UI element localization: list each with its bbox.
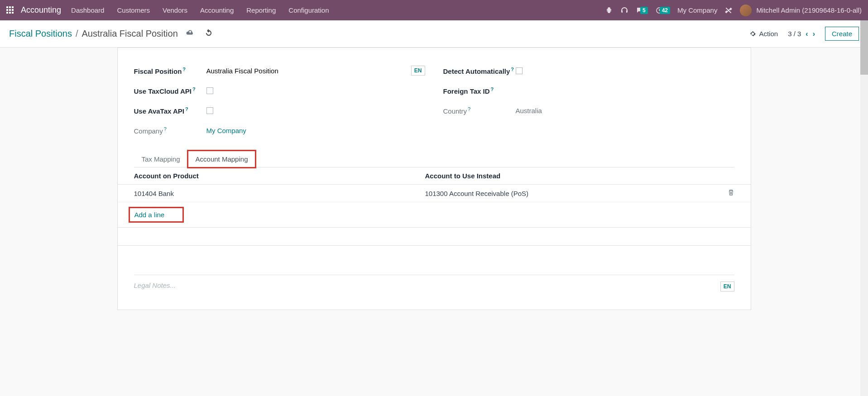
company-label: Company? [134, 126, 206, 135]
breadcrumb-current: Australia Fiscal Position [82, 29, 178, 39]
company-link[interactable]: My Company [206, 127, 246, 134]
use-avatax-label: Use AvaTax API? [134, 106, 206, 115]
pager-prev[interactable]: ‹ [806, 30, 808, 38]
tab-tax-mapping[interactable]: Tax Mapping [134, 151, 188, 167]
activities-button[interactable]: 42 [655, 6, 670, 14]
col-account-on-product: Account on Product [134, 172, 425, 180]
use-taxcloud-label: Use TaxCloud API? [134, 86, 206, 95]
breadcrumb-parent[interactable]: Fiscal Positions [9, 29, 72, 39]
fiscal-position-input[interactable] [206, 67, 411, 75]
app-brand[interactable]: Accounting [21, 5, 61, 15]
tools-icon[interactable] [724, 6, 733, 14]
use-taxcloud-checkbox[interactable] [206, 87, 213, 94]
clock-badge: 42 [660, 7, 670, 14]
help-icon[interactable]: ? [182, 67, 186, 72]
account-mapping-table: Account on Product Account to Use Instea… [118, 167, 751, 266]
form-right-col: Detect Automatically? Foreign Tax ID? Co… [443, 62, 734, 141]
support-icon[interactable] [620, 6, 628, 14]
tabs: Tax Mapping Account Mapping [134, 150, 734, 167]
cell-account-dest[interactable]: 101300 Account Receivable (PoS) [425, 190, 716, 197]
country-value[interactable]: Australia [516, 107, 542, 115]
bug-icon[interactable] [605, 6, 613, 14]
company-switcher[interactable]: My Company [677, 6, 717, 14]
add-line-button[interactable]: Add a line [129, 207, 184, 223]
pager-next[interactable]: › [813, 30, 815, 38]
tab-account-mapping[interactable]: Account Mapping [188, 151, 256, 167]
scrollbar[interactable] [860, 20, 868, 310]
help-icon[interactable]: ? [185, 106, 188, 112]
foreign-tax-label: Foreign Tax ID? [443, 86, 516, 95]
scrollbar-thumb[interactable] [860, 20, 868, 75]
trash-icon [728, 189, 734, 196]
breadcrumb-sep: / [76, 29, 78, 39]
control-panel: Fiscal Positions / Australia Fiscal Posi… [0, 20, 868, 48]
form-sheet: Fiscal Position? EN Use TaxCloud API? Us… [117, 48, 751, 310]
messages-button[interactable]: 5 [636, 6, 648, 14]
help-icon[interactable]: ? [192, 86, 196, 92]
detect-auto-checkbox[interactable] [516, 67, 523, 74]
action-label: Action [759, 30, 778, 38]
gear-icon [749, 30, 756, 37]
use-avatax-checkbox[interactable] [206, 107, 213, 114]
user-menu[interactable]: Mitchell Admin (21909648-16-0-all) [756, 6, 862, 14]
nav-menu: Dashboard Customers Vendors Accounting R… [71, 6, 329, 14]
help-icon[interactable]: ? [491, 86, 494, 92]
cloud-unsaved-icon[interactable] [186, 29, 194, 39]
avatar[interactable] [740, 5, 752, 16]
add-line-row: Add a line [118, 202, 751, 228]
legal-notes-input[interactable] [134, 281, 720, 289]
legal-notes: EN [134, 275, 734, 291]
col-account-to-use: Account to Use Instead [425, 172, 716, 180]
breadcrumb: Fiscal Positions / Australia Fiscal Posi… [9, 29, 212, 39]
cp-right: Action 3 / 3 ‹ › Create [749, 27, 859, 41]
nav-dashboard[interactable]: Dashboard [71, 6, 104, 14]
foreign-tax-input[interactable] [516, 87, 734, 95]
pager-text[interactable]: 3 / 3 [788, 30, 801, 38]
country-label: Country? [443, 106, 516, 115]
systray: 5 42 My Company Mitchell Admin (21909648… [605, 5, 862, 16]
pager: 3 / 3 ‹ › [788, 30, 815, 38]
action-menu[interactable]: Action [749, 30, 778, 38]
help-icon[interactable]: ? [164, 126, 167, 132]
main-navbar: Accounting Dashboard Customers Vendors A… [0, 0, 868, 20]
form-left-col: Fiscal Position? EN Use TaxCloud API? Us… [134, 62, 425, 141]
nav-accounting[interactable]: Accounting [200, 6, 234, 14]
apps-icon[interactable] [6, 6, 14, 14]
table-row[interactable]: 101404 Bank 101300 Account Receivable (P… [118, 185, 751, 202]
chat-badge: 5 [640, 7, 648, 14]
nav-vendors[interactable]: Vendors [163, 6, 187, 14]
help-icon[interactable]: ? [511, 67, 514, 72]
create-button[interactable]: Create [825, 27, 859, 41]
lang-button[interactable]: EN [411, 66, 425, 76]
fiscal-position-label: Fiscal Position? [134, 67, 206, 75]
help-icon[interactable]: ? [468, 106, 470, 112]
nav-configuration[interactable]: Configuration [288, 6, 329, 14]
delete-row-button[interactable] [716, 189, 734, 197]
nav-customers[interactable]: Customers [117, 6, 150, 14]
discard-icon[interactable] [205, 29, 212, 39]
nav-reporting[interactable]: Reporting [246, 6, 276, 14]
detect-auto-label: Detect Automatically? [443, 67, 516, 75]
notes-lang-button[interactable]: EN [720, 281, 734, 291]
cell-account-src[interactable]: 101404 Bank [134, 190, 425, 197]
